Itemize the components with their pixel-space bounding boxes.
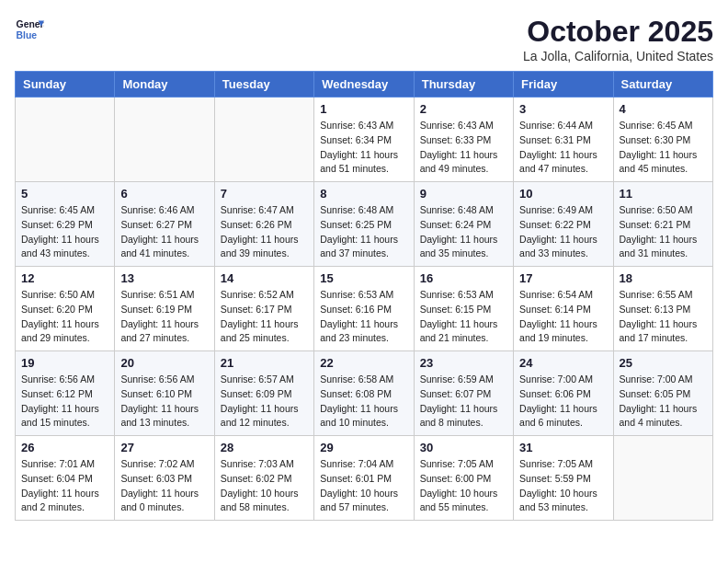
day-info: Sunrise: 7:00 AMSunset: 6:05 PMDaylight:…	[620, 373, 707, 431]
day-info: Sunrise: 6:56 AMSunset: 6:12 PMDaylight:…	[21, 373, 108, 431]
calendar-cell: 26Sunrise: 7:01 AMSunset: 6:04 PMDayligh…	[16, 436, 115, 521]
day-number: 7	[221, 187, 308, 201]
calendar-cell: 27Sunrise: 7:02 AMSunset: 6:03 PMDayligh…	[115, 436, 214, 521]
logo: General Blue	[15, 15, 44, 44]
day-info: Sunrise: 6:44 AMSunset: 6:31 PMDaylight:…	[519, 119, 607, 177]
day-info: Sunrise: 6:45 AMSunset: 6:30 PMDaylight:…	[620, 119, 707, 177]
calendar-cell: 21Sunrise: 6:57 AMSunset: 6:09 PMDayligh…	[214, 351, 313, 436]
day-number: 10	[519, 187, 607, 201]
weekday-header-monday: Monday	[115, 72, 214, 98]
day-number: 5	[21, 187, 108, 201]
calendar-cell: 16Sunrise: 6:53 AMSunset: 6:15 PMDayligh…	[414, 267, 513, 351]
day-number: 1	[320, 102, 407, 116]
day-info: Sunrise: 6:50 AMSunset: 6:20 PMDaylight:…	[21, 288, 108, 346]
day-info: Sunrise: 7:02 AMSunset: 6:03 PMDaylight:…	[120, 457, 208, 515]
day-info: Sunrise: 6:45 AMSunset: 6:29 PMDaylight:…	[21, 203, 108, 261]
day-number: 21	[221, 356, 308, 370]
day-info: Sunrise: 6:48 AMSunset: 6:24 PMDaylight:…	[420, 203, 507, 261]
calendar-cell	[214, 98, 313, 182]
day-number: 9	[420, 187, 507, 201]
day-info: Sunrise: 6:59 AMSunset: 6:07 PMDaylight:…	[420, 373, 507, 431]
month-title: October 2025	[523, 15, 713, 49]
calendar-table: SundayMondayTuesdayWednesdayThursdayFrid…	[15, 71, 713, 521]
calendar-cell: 2Sunrise: 6:43 AMSunset: 6:33 PMDaylight…	[414, 98, 513, 182]
weekday-header-row: SundayMondayTuesdayWednesdayThursdayFrid…	[16, 72, 713, 98]
title-area: October 2025 La Jolla, California, Unite…	[523, 15, 713, 63]
calendar-cell	[115, 98, 214, 182]
weekday-header-tuesday: Tuesday	[214, 72, 313, 98]
day-info: Sunrise: 6:46 AMSunset: 6:27 PMDaylight:…	[120, 203, 208, 261]
day-info: Sunrise: 6:47 AMSunset: 6:26 PMDaylight:…	[221, 203, 308, 261]
calendar-cell: 13Sunrise: 6:51 AMSunset: 6:19 PMDayligh…	[115, 267, 214, 351]
week-row-5: 26Sunrise: 7:01 AMSunset: 6:04 PMDayligh…	[16, 436, 713, 521]
day-info: Sunrise: 6:53 AMSunset: 6:16 PMDaylight:…	[320, 288, 407, 346]
week-row-4: 19Sunrise: 6:56 AMSunset: 6:12 PMDayligh…	[16, 351, 713, 436]
week-row-3: 12Sunrise: 6:50 AMSunset: 6:20 PMDayligh…	[16, 267, 713, 351]
calendar-cell: 22Sunrise: 6:58 AMSunset: 6:08 PMDayligh…	[314, 351, 414, 436]
calendar-cell: 20Sunrise: 6:56 AMSunset: 6:10 PMDayligh…	[115, 351, 214, 436]
calendar-cell: 28Sunrise: 7:03 AMSunset: 6:02 PMDayligh…	[214, 436, 313, 521]
calendar-cell: 24Sunrise: 7:00 AMSunset: 6:06 PMDayligh…	[514, 351, 613, 436]
day-number: 30	[420, 441, 507, 454]
logo-icon: General Blue	[15, 15, 44, 44]
day-number: 13	[120, 271, 208, 285]
weekday-header-sunday: Sunday	[16, 72, 115, 98]
week-row-2: 5Sunrise: 6:45 AMSunset: 6:29 PMDaylight…	[16, 182, 713, 267]
calendar-cell: 19Sunrise: 6:56 AMSunset: 6:12 PMDayligh…	[16, 351, 115, 436]
day-number: 18	[620, 271, 707, 285]
day-number: 17	[519, 271, 607, 285]
day-info: Sunrise: 6:43 AMSunset: 6:33 PMDaylight:…	[420, 119, 507, 177]
day-number: 3	[519, 102, 607, 116]
weekday-header-thursday: Thursday	[414, 72, 513, 98]
day-number: 23	[420, 356, 507, 370]
calendar-cell: 6Sunrise: 6:46 AMSunset: 6:27 PMDaylight…	[115, 182, 214, 267]
day-info: Sunrise: 6:55 AMSunset: 6:13 PMDaylight:…	[620, 288, 707, 346]
day-number: 20	[120, 356, 208, 370]
day-number: 6	[120, 187, 208, 201]
day-info: Sunrise: 6:49 AMSunset: 6:22 PMDaylight:…	[519, 203, 607, 261]
calendar-cell: 31Sunrise: 7:05 AMSunset: 5:59 PMDayligh…	[514, 436, 613, 521]
day-number: 25	[620, 356, 707, 370]
calendar-cell: 12Sunrise: 6:50 AMSunset: 6:20 PMDayligh…	[16, 267, 115, 351]
calendar-cell: 10Sunrise: 6:49 AMSunset: 6:22 PMDayligh…	[514, 182, 613, 267]
day-number: 8	[320, 187, 407, 201]
weekday-header-wednesday: Wednesday	[314, 72, 414, 98]
day-number: 19	[21, 356, 108, 370]
day-info: Sunrise: 6:52 AMSunset: 6:17 PMDaylight:…	[221, 288, 308, 346]
day-info: Sunrise: 7:04 AMSunset: 6:01 PMDaylight:…	[320, 457, 407, 515]
calendar-cell: 11Sunrise: 6:50 AMSunset: 6:21 PMDayligh…	[613, 182, 712, 267]
calendar-cell: 3Sunrise: 6:44 AMSunset: 6:31 PMDaylight…	[514, 98, 613, 182]
day-number: 12	[21, 271, 108, 285]
calendar-cell	[16, 98, 115, 182]
day-info: Sunrise: 6:57 AMSunset: 6:09 PMDaylight:…	[221, 373, 308, 431]
day-number: 16	[420, 271, 507, 285]
day-number: 26	[21, 441, 108, 454]
calendar-cell: 23Sunrise: 6:59 AMSunset: 6:07 PMDayligh…	[414, 351, 513, 436]
day-info: Sunrise: 7:01 AMSunset: 6:04 PMDaylight:…	[21, 457, 108, 515]
day-info: Sunrise: 7:03 AMSunset: 6:02 PMDaylight:…	[221, 457, 308, 515]
day-info: Sunrise: 6:54 AMSunset: 6:14 PMDaylight:…	[519, 288, 607, 346]
day-number: 4	[620, 102, 707, 116]
day-info: Sunrise: 6:58 AMSunset: 6:08 PMDaylight:…	[320, 373, 407, 431]
day-number: 31	[519, 441, 607, 454]
week-row-1: 1Sunrise: 6:43 AMSunset: 6:34 PMDaylight…	[16, 98, 713, 182]
calendar-cell: 15Sunrise: 6:53 AMSunset: 6:16 PMDayligh…	[314, 267, 414, 351]
calendar-cell: 7Sunrise: 6:47 AMSunset: 6:26 PMDaylight…	[214, 182, 313, 267]
day-number: 27	[120, 441, 208, 454]
calendar-cell: 5Sunrise: 6:45 AMSunset: 6:29 PMDaylight…	[16, 182, 115, 267]
calendar-cell: 1Sunrise: 6:43 AMSunset: 6:34 PMDaylight…	[314, 98, 414, 182]
location-subtitle: La Jolla, California, United States	[523, 49, 713, 63]
calendar-cell: 30Sunrise: 7:05 AMSunset: 6:00 PMDayligh…	[414, 436, 513, 521]
day-info: Sunrise: 7:05 AMSunset: 6:00 PMDaylight:…	[420, 457, 507, 515]
day-number: 2	[420, 102, 507, 116]
calendar-cell: 9Sunrise: 6:48 AMSunset: 6:24 PMDaylight…	[414, 182, 513, 267]
weekday-header-friday: Friday	[514, 72, 613, 98]
day-info: Sunrise: 7:00 AMSunset: 6:06 PMDaylight:…	[519, 373, 607, 431]
calendar-cell: 14Sunrise: 6:52 AMSunset: 6:17 PMDayligh…	[214, 267, 313, 351]
day-number: 22	[320, 356, 407, 370]
weekday-header-saturday: Saturday	[613, 72, 712, 98]
day-info: Sunrise: 6:51 AMSunset: 6:19 PMDaylight:…	[120, 288, 208, 346]
day-number: 14	[221, 271, 308, 285]
day-number: 28	[221, 441, 308, 454]
svg-text:Blue: Blue	[17, 30, 38, 40]
